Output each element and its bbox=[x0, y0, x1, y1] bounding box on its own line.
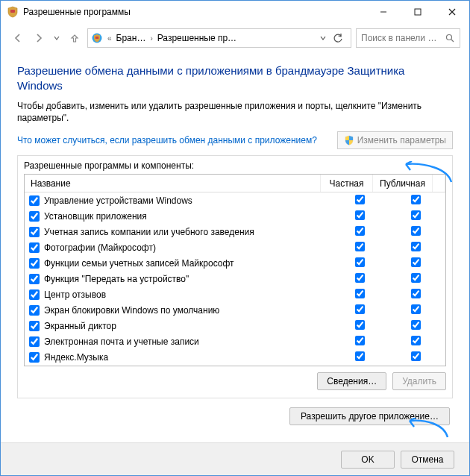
row-private-checkbox[interactable] bbox=[355, 289, 365, 298]
row-name: Яндекс.Музыка bbox=[44, 352, 333, 363]
row-public-checkbox[interactable] bbox=[411, 210, 421, 220]
breadcrumb-dropdown[interactable] bbox=[316, 34, 330, 42]
maximize-button[interactable] bbox=[401, 1, 435, 23]
table-row[interactable]: Функции семьи учетных записей Майкрософт bbox=[25, 255, 445, 271]
row-name: Функции семьи учетных записей Майкрософт bbox=[44, 258, 333, 269]
chevron-left-icon: « bbox=[106, 34, 113, 43]
row-name: Центр отзывов bbox=[44, 289, 333, 300]
row-public-checkbox[interactable] bbox=[411, 257, 421, 267]
row-name: Управление устройствами Windows bbox=[44, 195, 333, 206]
row-public-checkbox[interactable] bbox=[411, 304, 421, 314]
shield-icon bbox=[91, 32, 103, 44]
column-public[interactable]: Публичная bbox=[373, 175, 433, 192]
row-name: Установщик приложения bbox=[44, 211, 333, 222]
table-row[interactable]: Фотографии (Майкрософт) bbox=[25, 239, 445, 255]
table-row[interactable]: Экран блокировки Windows по умолчанию bbox=[25, 302, 445, 318]
recent-dropdown[interactable] bbox=[51, 30, 62, 46]
group-title: Разрешенные программы и компоненты: bbox=[24, 160, 446, 171]
forward-button[interactable] bbox=[31, 30, 47, 46]
table-row[interactable]: Установщик приложения bbox=[25, 208, 445, 224]
back-button[interactable] bbox=[10, 30, 26, 46]
change-settings-button[interactable]: Изменить параметры bbox=[337, 131, 453, 149]
row-name: Электронная почта и учетные записи bbox=[44, 336, 333, 347]
row-private-checkbox[interactable] bbox=[355, 226, 365, 236]
window-title: Разрешенные программы bbox=[23, 7, 366, 17]
row-enabled-checkbox[interactable] bbox=[29, 352, 40, 363]
row-public-checkbox[interactable] bbox=[411, 351, 421, 361]
breadcrumb-part[interactable]: Бран… bbox=[116, 33, 146, 43]
row-name: Экран блокировки Windows по умолчанию bbox=[44, 305, 333, 316]
delete-button[interactable]: Удалить bbox=[392, 372, 446, 390]
row-private-checkbox[interactable] bbox=[355, 257, 365, 267]
row-enabled-checkbox[interactable] bbox=[29, 321, 40, 331]
risk-link[interactable]: Что может случиться, если разрешить обме… bbox=[17, 135, 330, 145]
allowed-apps-group: Разрешенные программы и компоненты: Назв… bbox=[17, 155, 453, 398]
row-private-checkbox[interactable] bbox=[355, 195, 365, 204]
search-icon bbox=[445, 34, 455, 43]
table-row[interactable]: Учетная запись компании или учебного зав… bbox=[25, 224, 445, 239]
table-row[interactable]: Экранный диктор bbox=[25, 318, 445, 333]
details-button[interactable]: Сведения… bbox=[317, 372, 386, 390]
row-name: Экранный диктор bbox=[44, 321, 333, 331]
row-name: Фотографии (Майкрософт) bbox=[44, 242, 333, 253]
table-row[interactable]: Центр отзывов bbox=[25, 286, 445, 302]
row-private-checkbox[interactable] bbox=[355, 273, 365, 283]
dialog-buttons: OK Отмена bbox=[1, 442, 469, 475]
row-name: Учетная запись компании или учебного зав… bbox=[44, 227, 333, 237]
row-private-checkbox[interactable] bbox=[355, 351, 365, 361]
search-input[interactable]: Поиск в панели … bbox=[356, 28, 460, 48]
row-public-checkbox[interactable] bbox=[411, 195, 421, 204]
change-settings-label: Изменить параметры bbox=[357, 135, 446, 145]
app-icon bbox=[7, 6, 19, 18]
svg-rect-0 bbox=[10, 10, 15, 13]
close-button[interactable] bbox=[435, 1, 469, 23]
table-row[interactable]: Яндекс.Музыка bbox=[25, 349, 445, 365]
up-button[interactable] bbox=[66, 30, 83, 46]
row-enabled-checkbox[interactable] bbox=[29, 336, 40, 347]
row-private-checkbox[interactable] bbox=[355, 336, 365, 345]
row-name: Функция "Передать на устройство" bbox=[44, 274, 333, 284]
column-scrollbar bbox=[433, 175, 445, 192]
row-private-checkbox[interactable] bbox=[355, 210, 365, 220]
row-enabled-checkbox[interactable] bbox=[29, 242, 40, 253]
row-public-checkbox[interactable] bbox=[411, 242, 421, 251]
cancel-button[interactable]: Отмена bbox=[401, 451, 454, 469]
svg-rect-6 bbox=[95, 37, 98, 39]
column-private[interactable]: Частная bbox=[321, 175, 373, 192]
svg-rect-2 bbox=[415, 9, 421, 15]
row-enabled-checkbox[interactable] bbox=[29, 227, 40, 237]
row-private-checkbox[interactable] bbox=[355, 320, 365, 330]
row-enabled-checkbox[interactable] bbox=[29, 258, 40, 269]
row-public-checkbox[interactable] bbox=[411, 273, 421, 283]
table-row[interactable]: Управление устройствами Windows bbox=[25, 192, 445, 208]
table-header: Название Частная Публичная bbox=[25, 175, 445, 192]
breadcrumb[interactable]: « Бран… › Разрешенные пр… bbox=[87, 28, 351, 48]
table-row[interactable]: Электронная почта и учетные записи bbox=[25, 333, 445, 349]
row-public-checkbox[interactable] bbox=[411, 320, 421, 330]
refresh-button[interactable] bbox=[333, 33, 348, 43]
svg-line-8 bbox=[451, 40, 454, 42]
row-private-checkbox[interactable] bbox=[355, 304, 365, 314]
row-enabled-checkbox[interactable] bbox=[29, 195, 40, 206]
row-public-checkbox[interactable] bbox=[411, 226, 421, 236]
table-row[interactable]: Функция "Передать на устройство" bbox=[25, 271, 445, 286]
row-private-checkbox[interactable] bbox=[355, 242, 365, 251]
titlebar: Разрешенные программы bbox=[1, 1, 469, 23]
chevron-right-icon: › bbox=[148, 34, 154, 43]
row-enabled-checkbox[interactable] bbox=[29, 211, 40, 222]
allow-another-app-button[interactable]: Разрешить другое приложение… bbox=[289, 407, 450, 425]
svg-point-7 bbox=[447, 34, 452, 40]
column-name[interactable]: Название bbox=[25, 175, 321, 192]
ok-button[interactable]: OK bbox=[341, 451, 395, 469]
minimize-button[interactable] bbox=[366, 1, 401, 23]
app-list: Название Частная Публичная Управление ус… bbox=[24, 174, 446, 366]
row-enabled-checkbox[interactable] bbox=[29, 289, 40, 300]
search-placeholder: Поиск в панели … bbox=[361, 33, 442, 43]
uac-shield-icon bbox=[344, 135, 354, 145]
page-description: Чтобы добавить, изменить или удалить раз… bbox=[17, 100, 453, 124]
row-public-checkbox[interactable] bbox=[411, 336, 421, 345]
row-enabled-checkbox[interactable] bbox=[29, 305, 40, 316]
breadcrumb-part[interactable]: Разрешенные пр… bbox=[157, 33, 236, 43]
row-public-checkbox[interactable] bbox=[411, 289, 421, 298]
row-enabled-checkbox[interactable] bbox=[29, 274, 40, 284]
